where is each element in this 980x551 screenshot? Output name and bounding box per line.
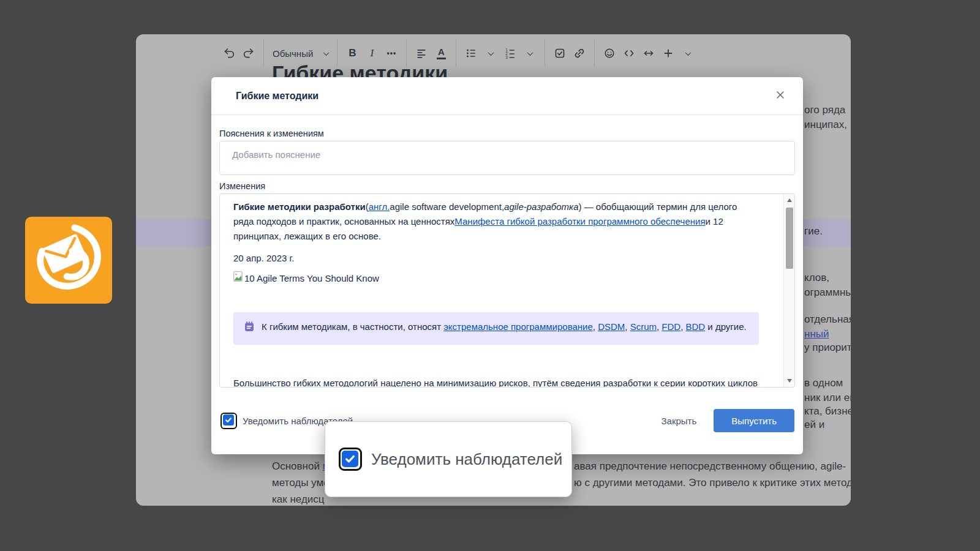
note-icon [243,320,255,337]
plus-icon [662,47,674,59]
insert-button[interactable] [660,43,676,64]
inline-link[interactable]: DSDM [598,321,625,332]
italic-button[interactable]: I [364,43,380,64]
layout-width-button[interactable] [641,43,657,64]
mail-notification-icon [32,223,105,298]
svg-text:3: 3 [506,55,508,59]
scrollbar-thumb[interactable] [786,208,793,269]
bullet-list-expand[interactable] [483,43,499,64]
bold-icon: B [349,47,356,59]
background-text-fragment: у приоритетов [804,342,851,354]
text-style-dropdown[interactable]: Обычный [273,48,328,59]
background-paragraph-line: как недисц [272,493,325,506]
close-dialog-button[interactable] [772,87,788,105]
background-paragraph-line: авая предпочтение непосредственному обще… [574,460,846,473]
background-text-fragment: гие. [804,225,823,238]
background-paragraph-line: Основной м [272,460,330,473]
notify-watchers-checkbox[interactable] [221,413,237,429]
numbered-list-expand[interactable] [522,43,538,64]
background-text-fragment: кта, бизнес- [804,405,851,418]
triangle-down-icon [787,379,792,383]
toolbar-divider [263,40,264,67]
broken-image-icon [233,271,243,286]
background-text-fragment: ограммный [804,287,851,299]
undo-icon [223,47,235,59]
note-panel: К гибким методикам, в частности, относят… [233,312,759,345]
publish-button[interactable]: Выпустить [714,409,794,432]
changes-scrollbar[interactable] [783,194,794,387]
bullet-list-icon [465,47,477,59]
changes-preview: Гибкие методики разработки(англ.agile so… [219,193,795,388]
dialog-title: Гибкие методики [236,91,772,102]
code-icon [623,47,635,59]
triangle-up-icon [787,198,792,202]
undo-button[interactable] [221,43,237,64]
inline-link[interactable]: FDD [662,321,680,332]
broken-image-line: 10 Agile Terms You Should Know [233,271,758,286]
chevron-down-icon [685,50,691,56]
inline-link[interactable]: Манифеста гибкой разработки программного… [454,216,705,227]
emoji-button[interactable] [601,43,617,64]
dialog-header: Гибкие методики [211,77,803,115]
background-text-fragment: ник или его [804,392,851,404]
changes-label: Изменения [219,181,794,191]
bullet-list-button[interactable] [463,43,479,64]
changes-paragraph: Гибкие методики разработки(англ.agile so… [233,200,758,244]
text-color-button[interactable]: A [433,43,449,64]
background-text-fragment: отдельная [804,313,851,326]
redo-icon [243,47,255,59]
toolbar-divider [594,40,595,67]
explanation-input[interactable] [219,141,795,175]
inline-link[interactable]: англ. [369,201,390,212]
text-color-icon: A [437,47,446,59]
publish-changes-dialog: Гибкие методики Пояснения к изменениям И… [211,77,803,454]
close-button[interactable]: Закрыть [662,416,697,426]
toolbar-divider [545,40,545,67]
inline-link[interactable]: экстремальное программирование [443,321,593,332]
text-style-value: Обычный [273,48,313,59]
note-panel-text: К гибким методикам, в частности, относят… [262,320,747,337]
close-icon [775,89,786,102]
mail-app-icon[interactable] [25,217,112,304]
task-list-button[interactable] [552,43,568,64]
background-paragraph-line: методы уме [272,477,330,489]
background-text-fragment: ей и [804,419,824,431]
align-button[interactable] [413,43,429,64]
code-button[interactable] [621,43,637,64]
broken-image-alt-text: 10 Agile Terms You Should Know [244,271,379,286]
scroll-up-button[interactable] [784,195,795,205]
chevron-down-icon [323,50,330,56]
emoji-icon [603,47,616,59]
background-text-fragment: в одном [804,377,843,389]
inline-link[interactable]: BDD [686,321,706,332]
bold-button[interactable]: B [344,43,360,64]
numbered-list-button[interactable]: 123 [502,43,518,64]
date-line: 20 апр. 2023 г. [233,251,758,266]
link-button[interactable] [571,43,587,64]
more-formatting-button[interactable]: ••• [383,43,399,64]
width-arrows-icon [643,47,655,59]
insert-expand[interactable] [680,43,696,64]
background-paragraph-line: ю с другими методами. Это привело к крит… [574,477,851,489]
magnified-notify-checkbox[interactable] [339,448,362,471]
link-icon [573,47,586,59]
checkbox-magnifier-overlay: Уведомить наблюдателей [325,421,572,497]
toolbar-divider [456,40,456,67]
task-checkbox-icon [554,47,566,59]
scroll-down-button[interactable] [784,376,795,386]
italic-icon: I [370,47,374,59]
magnified-notify-label: Уведомить наблюдателей [371,450,562,469]
background-text-fragment: ого ряда [804,104,845,116]
chevron-down-icon [527,50,533,56]
inline-link[interactable]: Scrum [630,321,657,332]
numbered-list-icon: 123 [504,47,516,59]
background-text-fragment: клов, [804,272,829,284]
align-icon [415,47,428,59]
redo-button[interactable] [241,43,257,64]
clipped-paragraph: Большинство гибких методологий нацелено … [233,378,758,388]
more-formatting-icon: ••• [387,49,397,58]
explanation-label: Пояснения к изменениям [219,129,794,138]
background-text-fragment: инципах, [804,119,847,131]
chevron-down-icon [488,50,494,56]
background-link-fragment[interactable]: нный [804,328,829,340]
